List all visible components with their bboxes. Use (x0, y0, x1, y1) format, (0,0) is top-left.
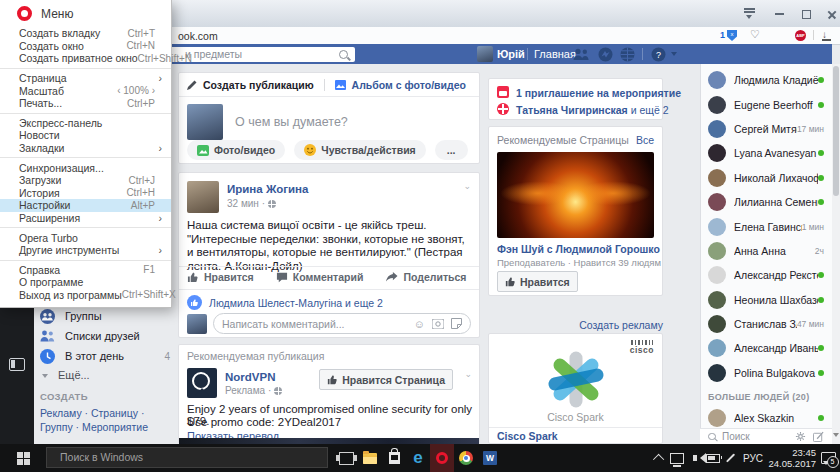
sidebar-toggle-icon[interactable] (9, 358, 25, 371)
clock[interactable]: 23:45 24.05.2017 (768, 447, 816, 469)
liked-by-link[interactable]: Людмила Шелест-Малугіна и еще 2 (209, 297, 383, 309)
tab-menu-icon[interactable] (738, 6, 760, 22)
share-button[interactable]: Поделиться (385, 271, 466, 283)
contact-row[interactable]: Lyana Avanesyan (700, 141, 832, 165)
contact-row[interactable]: Alex Skazkin (700, 406, 832, 430)
contact-row[interactable]: Неонила Шахбазова (700, 288, 832, 312)
menu-item[interactable]: Загрузки Ctrl+J (0, 174, 171, 187)
menu-item[interactable]: Синхронизация... (0, 161, 171, 174)
menu-item[interactable]: Справка F1 (0, 264, 171, 277)
menu-item[interactable]: Opera Turbo (0, 231, 171, 244)
sticker-icon[interactable] (451, 318, 462, 329)
menu-item[interactable]: Страница › (0, 72, 171, 85)
more-options-button[interactable]: ... (435, 140, 468, 160)
pen-icon[interactable] (722, 444, 738, 472)
restore-button[interactable] (795, 6, 817, 22)
post-menu-chevron-icon[interactable]: ⌄ (463, 181, 471, 191)
help-icon[interactable]: ? (651, 47, 666, 62)
search-icon[interactable] (339, 50, 348, 59)
menu-item[interactable]: Настройки Alt+P (0, 199, 171, 212)
menu-item[interactable] (0, 68, 171, 69)
menu-item[interactable]: История Ctrl+H (0, 187, 171, 200)
tab-photo-album[interactable]: Альбом с фото/видео (352, 79, 466, 91)
gear-icon[interactable] (795, 431, 806, 442)
comment-input[interactable]: Написать комментарий... ☺ (213, 313, 471, 334)
header-user-link[interactable]: Юрій (497, 48, 525, 60)
contact-row[interactable]: Станислав Злат... 47 мин (700, 312, 832, 336)
language-indicator[interactable]: РУС (740, 444, 766, 472)
contact-row[interactable]: Людмила Кладиёва (700, 68, 832, 92)
nordvpn-logo[interactable] (187, 368, 217, 398)
menu-item[interactable]: Закладки › (0, 142, 171, 155)
birthday-link[interactable]: Татьяна Чигиринская и ещё 2 (516, 104, 669, 116)
menu-item[interactable]: Масштаб ‹ 100% › (0, 84, 171, 97)
menu-item[interactable] (0, 227, 171, 228)
menu-item[interactable] (0, 157, 171, 158)
chrome-button[interactable] (454, 444, 478, 472)
photo-video-button[interactable]: Фото/видео (187, 140, 285, 160)
volume-icon[interactable] (686, 444, 704, 472)
tray-expand-icon[interactable] (652, 444, 668, 472)
post-author-avatar[interactable] (187, 181, 219, 213)
minimize-button[interactable] (768, 6, 790, 22)
see-all-link[interactable]: Все (636, 134, 654, 146)
download-icon[interactable]: ↓ (822, 29, 831, 41)
menu-item[interactable]: Печать... Ctrl+P (0, 97, 171, 110)
friend-requests-icon[interactable] (572, 48, 590, 61)
start-button[interactable] (11, 444, 35, 472)
adblock-icon[interactable]: ABP (795, 30, 806, 41)
sidebar-item-on-this-day[interactable]: В этот день 4 (40, 346, 174, 366)
close-button[interactable] (821, 6, 840, 22)
sponsored-author-link[interactable]: NordVPN (225, 371, 275, 383)
composer-prompt[interactable]: О чем вы думаете? (235, 115, 348, 129)
sidebar-item-more[interactable]: Ещё... (40, 366, 174, 384)
page-name-link[interactable]: Фэн Шуй с Людмилой Горошко (497, 243, 660, 255)
scrollbar[interactable] (832, 64, 840, 444)
header-avatar[interactable] (477, 46, 493, 62)
chevron-down-icon[interactable] (671, 52, 677, 59)
menu-item[interactable]: Создать окно Ctrl+N (0, 40, 171, 53)
sponsored-menu-chevron-icon[interactable]: ⌄ (464, 369, 472, 379)
contact-row[interactable]: Polina Bulgakova (700, 361, 832, 385)
battery-icon[interactable] (704, 444, 722, 472)
like-page-button[interactable]: Нравится Страница (319, 369, 453, 390)
menu-item[interactable]: Другие инструменты › (0, 244, 171, 257)
sidebar-item-friend-lists[interactable]: Списки друзей (40, 326, 174, 346)
contact-row[interactable]: Николай Лихачофф (700, 166, 832, 190)
event-invite-link[interactable]: 1 приглашение на мероприятие (516, 87, 681, 99)
heart-icon[interactable]: ♡ (750, 28, 760, 41)
menu-item[interactable]: Экспресс-панель (0, 117, 171, 130)
feeling-activity-button[interactable]: Чувства/действия (294, 140, 425, 160)
menu-item[interactable]: Расширения › (0, 212, 171, 225)
like-button[interactable]: Нравится (187, 271, 254, 283)
network-icon[interactable] (668, 444, 686, 472)
tab-create-post[interactable]: Создать публикацию (203, 79, 314, 91)
menu-item[interactable]: Создать вкладку Ctrl+T (0, 27, 171, 40)
scroll-down-arrow-icon[interactable] (833, 433, 839, 440)
contact-row[interactable]: Сергей Митяев 17 мин (700, 117, 832, 141)
contact-row[interactable]: Лилианна Семенюта (700, 190, 832, 214)
emoji-icon[interactable]: ☺ (414, 318, 425, 330)
scrollbar-thumb[interactable] (833, 66, 839, 196)
contact-row[interactable]: Александр Иванык (700, 336, 832, 360)
contact-row[interactable]: Александр Рекстер (700, 263, 832, 287)
page-like-button[interactable]: Нравится (497, 271, 578, 292)
new-message-icon[interactable] (813, 431, 824, 442)
menu-item[interactable]: Новости (0, 129, 171, 142)
contact-row[interactable]: Eugene Beerhoff (700, 92, 832, 116)
menu-item[interactable]: О программе (0, 276, 171, 289)
create-links[interactable]: Рекламу · Страницу · Группу · Мероприяти… (40, 406, 168, 434)
word-button[interactable]: W (478, 444, 502, 472)
menu-item[interactable] (0, 260, 171, 261)
opera-menu-header[interactable]: Меню (0, 0, 171, 27)
messenger-icon[interactable] (598, 47, 613, 62)
ad-card[interactable]: cisco Cisco Spark Cisco Spark Cisco.com (488, 333, 663, 444)
menu-item[interactable]: Создать приватное окно Ctrl+Shift+N (0, 52, 171, 65)
file-explorer-button[interactable] (358, 444, 382, 472)
composer-avatar[interactable] (187, 104, 223, 140)
comment-avatar[interactable] (187, 314, 207, 334)
edge-button[interactable]: e (406, 444, 430, 472)
task-view-button[interactable] (334, 444, 358, 472)
contact-row[interactable]: Анна Анна 2ч (700, 239, 832, 263)
camera-icon[interactable] (432, 319, 444, 329)
